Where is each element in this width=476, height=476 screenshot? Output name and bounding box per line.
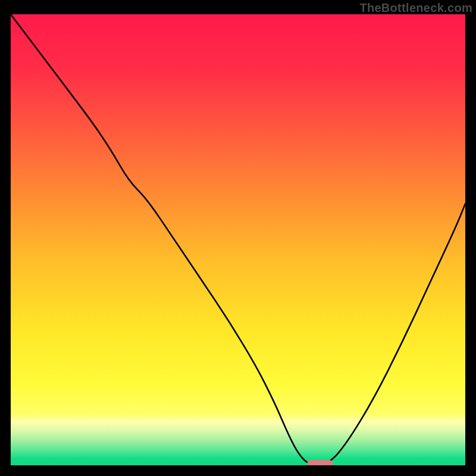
plot-area: [11, 14, 465, 465]
sweet-spot-marker: [307, 460, 333, 465]
watermark-text: TheBottleneck.com: [359, 1, 472, 15]
chart-svg: [11, 14, 465, 465]
gradient-background: [11, 14, 465, 465]
chart-frame: TheBottleneck.com: [0, 0, 476, 476]
